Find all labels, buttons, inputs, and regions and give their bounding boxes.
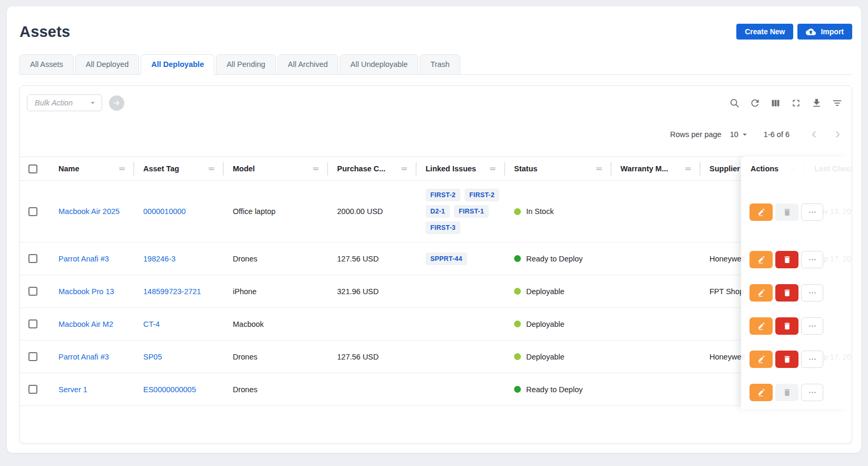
asset-name-link[interactable]: Parrot Anafi #3 <box>58 353 109 361</box>
delete-button[interactable] <box>775 384 798 401</box>
previous-page-button[interactable] <box>808 129 820 140</box>
linked-issue-chip[interactable]: FIRST-3 <box>426 221 460 234</box>
more-actions-button[interactable] <box>801 203 823 221</box>
asset-name-link[interactable]: Macbook Pro 13 <box>58 287 114 296</box>
column-header-name[interactable]: Name <box>50 157 134 181</box>
asset-tag-link[interactable]: ES0000000005 <box>143 385 196 394</box>
drag-handle-icon[interactable] <box>311 164 321 174</box>
status-label: Ready to Deploy <box>526 255 583 263</box>
linked-issue-chip[interactable]: FIRST-1 <box>454 205 489 218</box>
tab-all-deployable[interactable]: All Deployable <box>141 54 214 75</box>
row-checkbox[interactable] <box>28 385 37 394</box>
table-row: Macbook Air M2 CT-4 Macbook Deployable <box>20 308 852 341</box>
edit-button[interactable] <box>749 351 773 368</box>
rows-per-page-select[interactable]: 10 <box>730 130 749 139</box>
more-actions-button[interactable] <box>801 317 823 335</box>
drag-handle-icon[interactable] <box>683 164 693 174</box>
asset-tag-link[interactable]: 148599723-2721 <box>143 287 201 296</box>
next-page-button[interactable] <box>832 129 843 140</box>
tab-all-deployed[interactable]: All Deployed <box>75 54 139 75</box>
more-actions-button[interactable] <box>801 284 823 302</box>
tab-all-pending[interactable]: All Pending <box>216 54 275 75</box>
download-icon <box>811 98 822 109</box>
linked-issue-chip[interactable]: SPPRT-44 <box>426 253 467 265</box>
more-actions-button[interactable] <box>801 251 823 268</box>
table-row: Macbook Air 2025 0000010000 Office lapto… <box>20 181 852 242</box>
asset-name-link[interactable]: Macbook Air 2025 <box>58 207 120 216</box>
linked-issue-chip[interactable]: FIRST-2 <box>426 189 460 201</box>
delete-button[interactable] <box>775 251 798 268</box>
asset-name-link[interactable]: Macbook Air M2 <box>58 320 113 328</box>
create-new-button[interactable]: Create New <box>736 24 793 40</box>
edit-button[interactable] <box>749 384 773 401</box>
tab-all-archived[interactable]: All Archived <box>278 54 339 75</box>
chevron-left-icon <box>808 129 820 140</box>
asset-tag-link[interactable]: 198246-3 <box>143 255 175 263</box>
row-checkbox[interactable] <box>28 287 37 296</box>
delete-button[interactable] <box>775 351 798 368</box>
column-header-warranty-m[interactable]: Warranty M... <box>611 157 701 181</box>
edit-button[interactable] <box>749 317 773 335</box>
column-header-purchase-c[interactable]: Purchase C... <box>328 157 417 181</box>
drag-handle-icon[interactable] <box>594 164 604 174</box>
asset-name-link[interactable]: Parrot Anafi #3 <box>58 255 109 263</box>
delete-button[interactable] <box>775 203 798 221</box>
edit-button[interactable] <box>749 251 773 268</box>
row-checkbox[interactable] <box>28 254 37 263</box>
drag-handle-icon[interactable] <box>117 164 127 174</box>
columns-button[interactable] <box>770 98 781 109</box>
download-button[interactable] <box>811 98 822 109</box>
assets-table: NameAsset TagModelPurchase C...Linked Is… <box>20 157 852 406</box>
tab-trash[interactable]: Trash <box>420 54 460 75</box>
row-checkbox[interactable] <box>28 319 37 328</box>
edit-button[interactable] <box>749 203 773 221</box>
status-cell: Deployable <box>514 353 607 361</box>
dots-icon <box>808 355 817 364</box>
columns-icon <box>770 98 781 109</box>
tab-all-undeployable[interactable]: All Undeployable <box>340 54 418 75</box>
import-button[interactable]: Import <box>797 24 852 40</box>
assets-card: Assets Create New Import All AssetsAll D… <box>7 6 861 453</box>
delete-button[interactable] <box>775 317 798 335</box>
fullscreen-button[interactable] <box>791 98 802 109</box>
status-dot <box>514 208 521 215</box>
column-header-label: Purchase C... <box>337 164 386 173</box>
more-actions-button[interactable] <box>801 351 823 368</box>
column-header-linked-issues[interactable]: Linked Issues <box>417 157 505 181</box>
refresh-button[interactable] <box>749 98 761 109</box>
row-actions <box>741 309 852 343</box>
asset-tag-link[interactable]: SP05 <box>143 353 162 361</box>
select-all-checkbox[interactable] <box>28 164 37 173</box>
bulk-action-go-button[interactable] <box>109 95 124 111</box>
column-header-model[interactable]: Model <box>224 157 328 181</box>
asset-name-link[interactable]: Server 1 <box>58 385 87 394</box>
fullscreen-icon <box>791 98 802 109</box>
asset-tag-link[interactable]: 0000010000 <box>143 207 186 216</box>
search-button[interactable] <box>729 98 740 109</box>
column-header-asset-tag[interactable]: Asset Tag <box>134 157 224 181</box>
row-checkbox[interactable] <box>28 352 37 361</box>
drag-handle-icon[interactable] <box>488 164 498 174</box>
row-checkbox[interactable] <box>28 207 37 216</box>
delete-button[interactable] <box>775 284 798 302</box>
asset-tag-link[interactable]: CT-4 <box>143 320 160 328</box>
status-dot <box>514 353 521 360</box>
status-label: Deployable <box>526 353 565 361</box>
status-dot <box>514 321 521 327</box>
filter-button[interactable] <box>832 98 843 109</box>
column-header-status[interactable]: Status <box>505 157 611 181</box>
drag-handle-icon[interactable] <box>399 164 409 174</box>
table-panel: Bulk Action Rows per page 10 1-6 of 6 <box>19 85 852 444</box>
bulk-action-select[interactable]: Bulk Action <box>27 94 102 111</box>
linked-issue-chip[interactable]: D2-1 <box>426 205 450 218</box>
drag-handle-icon[interactable] <box>206 164 216 174</box>
edit-button[interactable] <box>749 284 773 302</box>
tab-all-assets[interactable]: All Assets <box>19 54 74 75</box>
page-header: Assets Create New Import <box>19 20 852 43</box>
linked-issue-chip[interactable]: FIRST-2 <box>465 189 499 201</box>
actions-column-overlay: Actions <box>741 157 852 409</box>
status-label: Deployable <box>526 320 565 328</box>
table-header-row: NameAsset TagModelPurchase C...Linked Is… <box>20 157 852 181</box>
more-actions-button[interactable] <box>801 384 823 401</box>
pencil-icon <box>757 255 766 264</box>
